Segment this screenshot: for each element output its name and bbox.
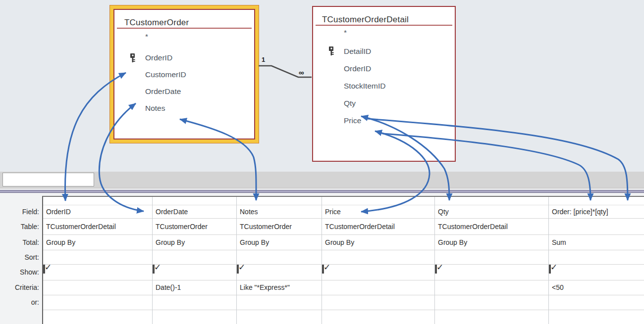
primary-key-icon bbox=[328, 46, 335, 55]
row-label-table: Table: bbox=[0, 219, 40, 235]
field-item-customerid[interactable]: CustomerID bbox=[114, 66, 254, 83]
total-cell[interactable]: Group By bbox=[237, 235, 322, 250]
row-label-or: or: bbox=[0, 295, 40, 310]
row-label-field: Field: bbox=[0, 205, 40, 219]
table-design-pane: TCustomerOrder * OrderID CustomerID Orde… bbox=[0, 0, 644, 172]
sort-cell[interactable] bbox=[153, 250, 236, 265]
empty-cell[interactable] bbox=[435, 310, 548, 324]
show-cell[interactable]: ✓ bbox=[322, 265, 434, 280]
field-item-qty[interactable]: Qty bbox=[313, 94, 455, 112]
query-grid-pane: Field: Table: Total: Sort: Show: Criteri… bbox=[0, 193, 644, 324]
empty-cell[interactable] bbox=[549, 310, 644, 324]
column-selector[interactable] bbox=[153, 197, 236, 205]
splitter-box bbox=[2, 173, 94, 186]
table-cell[interactable]: TCustomerOrderDetail bbox=[322, 219, 434, 235]
total-cell[interactable]: Group By bbox=[435, 235, 548, 250]
grid-column-order-expression: Order: [price]*[qty] Sum ✓ <50 bbox=[549, 197, 644, 324]
table-card-tcustomerorder[interactable]: TCustomerOrder * OrderID CustomerID Orde… bbox=[113, 9, 255, 139]
show-cell[interactable]: ✓ bbox=[549, 265, 644, 280]
field-item-stockitemid[interactable]: StockItemID bbox=[313, 77, 455, 94]
show-checkbox[interactable]: ✓ bbox=[153, 265, 155, 274]
table-title: TCustomerOrderDetail bbox=[313, 7, 455, 25]
show-cell[interactable]: ✓ bbox=[153, 265, 236, 280]
show-cell[interactable]: ✓ bbox=[43, 265, 152, 280]
sort-cell[interactable] bbox=[237, 250, 322, 265]
field-item-price[interactable]: Price bbox=[313, 112, 455, 129]
or-cell[interactable] bbox=[549, 295, 644, 310]
show-cell[interactable]: ✓ bbox=[237, 265, 322, 280]
grid-column-orderdate: OrderDate TCustomerOrder Group By ✓ Date… bbox=[153, 197, 237, 324]
grid-column-price: Price TCustomerOrderDetail Group By ✓ bbox=[322, 197, 435, 324]
field-cell[interactable]: Qty bbox=[435, 205, 548, 219]
or-cell[interactable] bbox=[237, 295, 322, 310]
table-cell[interactable]: TCustomerOrderDetail bbox=[43, 219, 152, 235]
row-label-sort: Sort: bbox=[0, 250, 40, 265]
table-cell[interactable]: TCustomerOrderDetail bbox=[435, 219, 548, 235]
column-selector[interactable] bbox=[435, 197, 548, 205]
grid-column-orderid: OrderID TCustomerOrderDetail Group By ✓ bbox=[43, 197, 153, 324]
total-cell[interactable]: Group By bbox=[43, 235, 152, 250]
field-cell[interactable]: Order: [price]*[qty] bbox=[549, 205, 644, 219]
column-selector[interactable] bbox=[237, 197, 322, 205]
relationship-one-label: 1 bbox=[262, 56, 265, 63]
grid-row-labels: Field: Table: Total: Sort: Show: Criteri… bbox=[0, 197, 40, 310]
empty-cell[interactable] bbox=[237, 310, 322, 324]
show-checkbox[interactable]: ✓ bbox=[435, 265, 437, 274]
empty-cell[interactable] bbox=[322, 310, 434, 324]
or-cell[interactable] bbox=[43, 295, 152, 310]
criteria-cell[interactable] bbox=[435, 280, 548, 295]
grid-column-qty: Qty TCustomerOrderDetail Group By ✓ bbox=[435, 197, 549, 324]
relationship-many-label: ∞ bbox=[299, 68, 304, 77]
sort-cell[interactable] bbox=[549, 250, 644, 265]
field-cell[interactable]: Notes bbox=[237, 205, 322, 219]
grid-column-notes: Notes TCustomerOrder Group By ✓ Like "*E… bbox=[237, 197, 322, 324]
or-cell[interactable] bbox=[435, 295, 548, 310]
column-selector[interactable] bbox=[43, 197, 152, 205]
query-design-view: TCustomerOrder * OrderID CustomerID Orde… bbox=[0, 0, 644, 324]
field-item-orderid[interactable]: OrderID bbox=[114, 49, 254, 66]
field-item-detailid[interactable]: DetailID bbox=[313, 43, 455, 60]
sort-cell[interactable] bbox=[43, 250, 152, 265]
total-cell[interactable]: Sum bbox=[549, 235, 644, 250]
query-grid: OrderID TCustomerOrderDetail Group By ✓ … bbox=[42, 196, 644, 324]
row-label-show: Show: bbox=[0, 265, 40, 280]
column-selector[interactable] bbox=[322, 197, 434, 205]
criteria-cell[interactable] bbox=[43, 280, 152, 295]
table-cell[interactable] bbox=[549, 219, 644, 235]
empty-cell[interactable] bbox=[153, 310, 236, 324]
table-cell[interactable]: TCustomerOrder bbox=[237, 219, 322, 235]
criteria-cell[interactable]: Like "*Express*" bbox=[237, 280, 322, 295]
table-title: TCustomerOrder bbox=[114, 10, 254, 28]
show-checkbox[interactable]: ✓ bbox=[549, 265, 551, 274]
field-item-asterisk[interactable]: * bbox=[114, 31, 254, 45]
table-card-tcustomerorderdetail[interactable]: TCustomerOrderDetail * DetailID OrderID … bbox=[312, 6, 456, 162]
field-cell[interactable]: Price bbox=[322, 205, 434, 219]
total-cell[interactable]: Group By bbox=[153, 235, 236, 250]
table-card-tcustomerorder-selection: TCustomerOrder * OrderID CustomerID Orde… bbox=[110, 5, 259, 143]
or-cell[interactable] bbox=[153, 295, 236, 310]
field-item-asterisk[interactable]: * bbox=[313, 27, 455, 40]
show-cell[interactable]: ✓ bbox=[435, 265, 548, 280]
field-item-orderid[interactable]: OrderID bbox=[313, 60, 455, 77]
show-checkbox[interactable]: ✓ bbox=[43, 265, 45, 274]
column-selector[interactable] bbox=[549, 197, 644, 205]
sort-cell[interactable] bbox=[435, 250, 548, 265]
field-cell[interactable]: OrderDate bbox=[153, 205, 236, 219]
primary-key-icon bbox=[129, 53, 136, 62]
table-cell[interactable]: TCustomerOrder bbox=[153, 219, 236, 235]
row-label-criteria: Criteria: bbox=[0, 280, 40, 295]
criteria-cell[interactable] bbox=[322, 280, 434, 295]
row-label-total: Total: bbox=[0, 235, 40, 250]
show-checkbox[interactable]: ✓ bbox=[322, 265, 324, 274]
empty-cell[interactable] bbox=[43, 310, 152, 324]
or-cell[interactable] bbox=[322, 295, 434, 310]
criteria-cell[interactable]: Date()-1 bbox=[153, 280, 236, 295]
field-item-orderdate[interactable]: OrderDate bbox=[114, 83, 254, 100]
field-item-notes[interactable]: Notes bbox=[114, 100, 254, 117]
show-checkbox[interactable]: ✓ bbox=[237, 265, 239, 274]
criteria-cell[interactable]: <50 bbox=[549, 280, 644, 295]
pane-splitter[interactable] bbox=[0, 172, 644, 188]
sort-cell[interactable] bbox=[322, 250, 434, 265]
field-cell[interactable]: OrderID bbox=[43, 205, 152, 219]
total-cell[interactable]: Group By bbox=[322, 235, 434, 250]
